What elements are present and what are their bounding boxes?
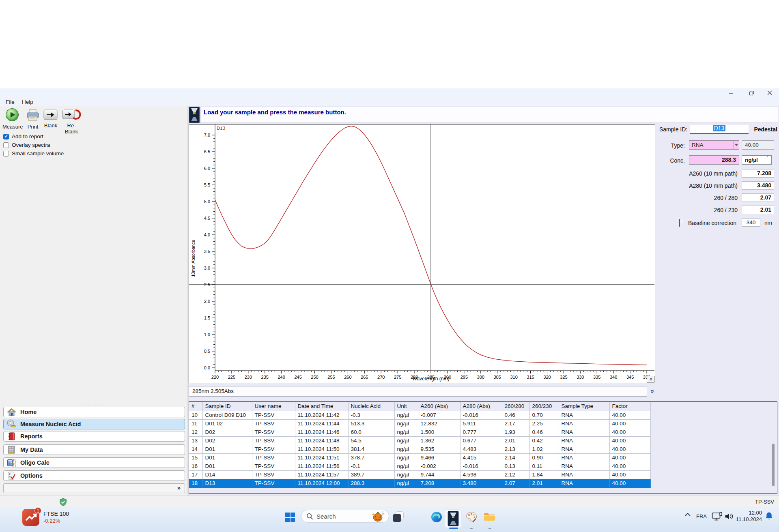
table-row[interactable]: 10Control D09 D10TP-SSV11.10.2024 11:42-… [189, 411, 650, 419]
checkbox-overlay-spectra[interactable]: Overlay spectra [3, 142, 50, 148]
table-cell[interactable]: 54.5 [348, 436, 394, 445]
spectrum-plot[interactable]: 0.00.51.01.52.02.53.03.54.04.55.05.56.06… [189, 124, 654, 382]
baseline-correction-checkbox[interactable] [679, 219, 680, 227]
conc-unit-select[interactable]: ng/µl [742, 155, 772, 165]
table-cell[interactable]: 1.84 [529, 470, 559, 479]
table-cell[interactable]: -0.002 [418, 462, 460, 470]
table-cell[interactable]: RNA [559, 453, 609, 462]
menu-file[interactable]: File [4, 99, 16, 105]
checkbox-add-to-report[interactable]: Add to report [3, 133, 43, 139]
table-cell[interactable]: 1.500 [418, 428, 460, 436]
table-cell[interactable]: 11.10.2024 11:50 [295, 445, 348, 453]
search-box[interactable]: Search [301, 510, 389, 523]
table-cell[interactable]: 381.4 [348, 445, 394, 453]
table-cell[interactable]: 13 [189, 436, 202, 445]
sidebar-item-reports[interactable]: Reports [3, 431, 185, 442]
column-header[interactable]: Nucleic Acid [348, 402, 394, 411]
table-cell[interactable]: 3.480 [460, 479, 502, 487]
table-cell[interactable]: 12 [189, 428, 202, 436]
column-header[interactable]: Sample Type [559, 402, 609, 411]
column-header[interactable]: # [189, 402, 202, 411]
table-cell[interactable]: 0.70 [529, 411, 559, 419]
language-indicator[interactable]: FRA [696, 513, 707, 519]
table-cell[interactable]: D01 [202, 453, 252, 462]
baseline-wavelength-input[interactable]: 340 [742, 218, 760, 227]
table-cell[interactable]: RNA [559, 419, 609, 428]
clock[interactable]: 12:00 11.10.2024 [730, 510, 762, 523]
table-cell[interactable]: 7.208 [418, 479, 460, 487]
table-row[interactable]: 11D01 02TP-SSV11.10.2024 11:44513.3ng/µl… [189, 419, 650, 428]
table-cell[interactable]: ng/µl [394, 411, 418, 419]
spectrum-chart[interactable]: 0.00.51.01.52.02.53.03.54.04.55.05.56.06… [189, 124, 655, 383]
table-cell[interactable]: D01 [202, 462, 252, 470]
table-cell[interactable]: TP-SSV [252, 470, 295, 479]
edge-browser-icon[interactable] [431, 511, 442, 523]
table-cell[interactable]: TP-SSV [252, 462, 295, 470]
expand-table-button[interactable]: » [648, 386, 656, 396]
table-cell[interactable]: 4.483 [460, 445, 502, 453]
table-cell[interactable]: 2.13 [502, 445, 529, 453]
table-cell[interactable]: ng/µl [394, 428, 418, 436]
table-row[interactable]: 14D01TP-SSV11.10.2024 11:50381.4ng/µl9.5… [189, 445, 650, 453]
close-button[interactable] [763, 88, 776, 98]
table-row[interactable]: 13D02TP-SSV11.10.2024 11:4854.5ng/µl1.36… [189, 436, 650, 445]
measure-button[interactable]: Measure [2, 108, 22, 130]
table-cell[interactable]: TP-SSV [252, 411, 295, 419]
checkbox-box[interactable] [3, 134, 9, 139]
print-button[interactable]: Print [24, 109, 42, 130]
table-cell[interactable]: 288.3 [348, 479, 394, 487]
table-cell[interactable]: 0.13 [502, 462, 529, 470]
file-explorer-icon[interactable] [484, 512, 495, 521]
table-cell[interactable]: 12.832 [418, 419, 460, 428]
table-cell[interactable]: TP-SSV [252, 445, 295, 453]
menu-help[interactable]: Help [20, 99, 35, 105]
table-cell[interactable]: ng/µl [394, 453, 418, 462]
table-cell[interactable]: 11 [189, 419, 202, 428]
paint-app-icon[interactable] [466, 511, 477, 523]
table-cell[interactable]: 378.7 [348, 453, 394, 462]
table-cell[interactable]: 0.90 [529, 453, 559, 462]
table-cell[interactable]: 2.14 [502, 453, 529, 462]
sidebar-item-my-data[interactable]: My Data [3, 444, 185, 455]
sidebar-item-oligo-calc[interactable]: Oligo Calc [3, 457, 185, 468]
table-cell[interactable]: 4.415 [460, 453, 502, 462]
table-cell[interactable]: ng/µl [394, 479, 418, 487]
table-cell[interactable]: ng/µl [394, 445, 418, 453]
table-row[interactable]: 15D01TP-SSV11.10.2024 11:51378.7ng/µl9.4… [189, 453, 650, 462]
table-cell[interactable]: 11.10.2024 11:46 [295, 428, 348, 436]
table-cell[interactable]: TP-SSV [252, 453, 295, 462]
table-cell[interactable]: RNA [559, 436, 609, 445]
table-cell[interactable]: -0.007 [418, 411, 460, 419]
task-view-button[interactable] [393, 511, 404, 522]
column-header[interactable]: A280 (Abs) [460, 402, 502, 411]
sidebar-collapse-bar[interactable]: » [3, 483, 185, 493]
widgets-button[interactable]: 1 FTSE 100 -0.22% [22, 509, 69, 528]
table-cell[interactable]: 2.01 [502, 436, 529, 445]
table-cell[interactable]: 40.00 [609, 411, 650, 419]
checkbox-box[interactable] [3, 142, 9, 148]
table-cell[interactable]: ng/µl [394, 436, 418, 445]
type-select[interactable]: RNA [689, 140, 739, 150]
table-cell[interactable]: TP-SSV [252, 419, 295, 428]
table-cell[interactable]: RNA [559, 411, 609, 419]
table-cell[interactable]: TP-SSV [252, 436, 295, 445]
column-header[interactable]: User name [252, 402, 295, 411]
column-header[interactable]: 260/280 [502, 402, 529, 411]
table-cell[interactable]: 1.93 [502, 428, 529, 436]
table-cell[interactable]: 2.07 [502, 479, 529, 487]
table-cell[interactable]: TP-SSV [252, 428, 295, 436]
table-cell[interactable]: 15 [189, 453, 202, 462]
table-cell[interactable]: 40.00 [609, 453, 650, 462]
table-cell[interactable]: 389.7 [348, 470, 394, 479]
nucleic-acid-app-icon[interactable] [448, 511, 459, 526]
table-cell[interactable]: 5.911 [460, 419, 502, 428]
table-cell[interactable]: 11.10.2024 11:51 [295, 453, 348, 462]
table-cell[interactable]: 60.0 [348, 428, 394, 436]
table-cell[interactable]: 40.00 [609, 436, 650, 445]
table-cell[interactable]: 513.3 [348, 419, 394, 428]
table-cell[interactable]: 40.00 [609, 445, 650, 453]
table-cell[interactable]: RNA [559, 462, 609, 470]
table-cell[interactable]: RNA [559, 428, 609, 436]
column-header[interactable]: A260 (Abs) [418, 402, 460, 411]
table-cell[interactable]: 2.01 [529, 479, 559, 487]
